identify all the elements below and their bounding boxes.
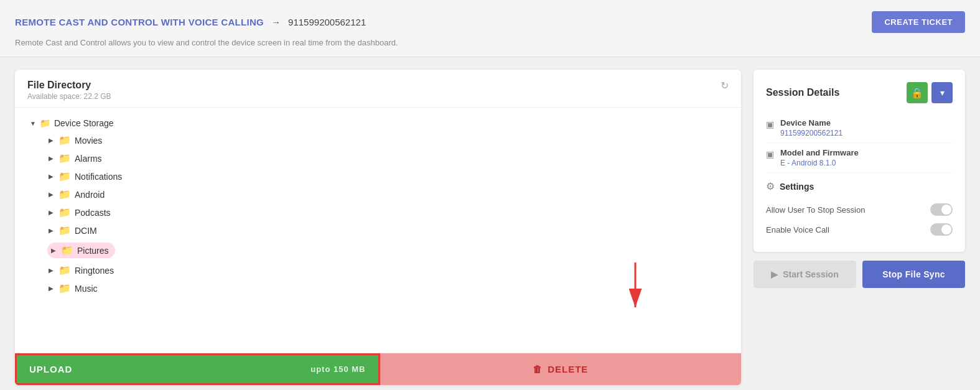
session-icon-group: 🔒 ▾ — [907, 82, 953, 103]
tree-item-ringtones[interactable]: ▶ 📁 Ringtones — [45, 261, 729, 279]
folder-icon: 📁 — [58, 152, 71, 164]
tree-item-arrow: ▶ — [47, 209, 55, 216]
settings-section: ⚙ Settings Allow User To Stop Session En… — [766, 180, 953, 239]
file-actions: UPLOAD upto 150 MB 🗑 DELETE — [15, 353, 741, 385]
start-session-button[interactable]: ▶ Start Session — [754, 261, 856, 288]
device-name-content: Device Name 911599200562121 — [780, 118, 842, 137]
stop-file-sync-button[interactable]: Stop File Sync — [862, 261, 965, 288]
model-icon: ▣ — [766, 149, 774, 159]
file-panel-subtitle: Available space: 22.2 GB — [27, 92, 111, 101]
allow-user-label: Allow User To Stop Session — [766, 205, 865, 215]
enable-voice-label: Enable Voice Call — [766, 225, 829, 234]
tree-item-notifications[interactable]: ▶ 📁 Notifications — [45, 167, 729, 185]
chevron-button[interactable]: ▾ — [931, 82, 953, 103]
podcasts-label: Podcasts — [75, 208, 111, 218]
alarms-label: Alarms — [75, 154, 102, 164]
tree-item-movies[interactable]: ▶ 📁 Movies — [45, 131, 729, 149]
notifications-label: Notifications — [75, 172, 122, 182]
session-title: Session Details — [766, 87, 839, 98]
chevron-down-icon: ▾ — [940, 88, 945, 98]
tree-item-music[interactable]: ▶ 📁 Music — [45, 279, 729, 297]
enable-voice-row: Enable Voice Call — [766, 220, 953, 239]
tree-children: ▶ 📁 Movies ▶ 📁 Alarms ▶ 📁 Notifications … — [27, 131, 729, 297]
device-name-value: 911599200562121 — [780, 129, 842, 137]
tree-item-pictures[interactable]: ▶ 📁 Pictures — [45, 239, 729, 261]
tree-item-arrow: ▶ — [47, 155, 55, 162]
upload-button[interactable]: UPLOAD upto 150 MB — [15, 353, 380, 385]
file-panel-header: File Directory Available space: 22.2 GB … — [15, 70, 741, 108]
device-name-label: Device Name — [780, 118, 842, 128]
folder-icon: 📁 — [58, 264, 71, 276]
tree-item-arrow: ▶ — [50, 247, 57, 254]
start-session-label: Start Session — [783, 269, 838, 279]
tree-item-arrow: ▶ — [47, 137, 55, 144]
tree-item-arrow: ▶ — [47, 191, 55, 198]
folder-icon: 📁 — [61, 244, 73, 256]
file-directory-panel: File Directory Available space: 22.2 GB … — [15, 70, 741, 385]
enable-voice-toggle[interactable] — [930, 223, 953, 236]
device-name-row: ▣ Device Name 911599200562121 — [766, 113, 953, 143]
model-row: ▣ Model and Firmware E - Android 8.1.0 — [766, 143, 953, 173]
upload-limit: upto 150 MB — [310, 364, 365, 374]
tree-item-alarms[interactable]: ▶ 📁 Alarms — [45, 149, 729, 167]
folder-icon: 📁 — [58, 188, 71, 200]
lock-button[interactable]: 🔒 — [907, 82, 928, 103]
main-content: File Directory Available space: 22.2 GB … — [0, 57, 980, 390]
pictures-highlight[interactable]: ▶ 📁 Pictures — [47, 243, 115, 258]
session-panel: Session Details 🔒 ▾ ▣ Device Name 911599… — [754, 70, 965, 385]
model-content: Model and Firmware E - Android 8.1.0 — [780, 148, 859, 167]
delete-icon: 🗑 — [533, 364, 543, 374]
page-header: REMOTE CAST AND CONTROL WITH VOICE CALLI… — [0, 0, 980, 57]
dcim-label: DCIM — [75, 226, 97, 236]
tree-item-arrow: ▶ — [47, 267, 55, 274]
model-value: E - Android 8.1.0 — [780, 159, 859, 167]
movies-label: Movies — [75, 136, 102, 146]
folder-icon: 📁 — [58, 207, 71, 218]
page-title: REMOTE CAST AND CONTROL WITH VOICE CALLI… — [15, 17, 264, 27]
file-tree: ▼ 📁 Device Storage ▶ 📁 Movies ▶ 📁 Alarms — [15, 108, 741, 353]
upload-label: UPLOAD — [29, 364, 72, 374]
folder-icon: 📁 — [58, 134, 71, 146]
session-action-buttons: ▶ Start Session Stop File Sync — [754, 261, 965, 288]
allow-user-row: Allow User To Stop Session — [766, 200, 953, 220]
folder-icon: 📁 — [58, 170, 71, 182]
tree-item-arrow: ▶ — [47, 227, 55, 234]
session-header: Session Details 🔒 ▾ — [766, 82, 953, 103]
allow-user-toggle[interactable] — [930, 203, 953, 216]
folder-icon: 📁 — [58, 225, 71, 236]
arrow-separator: → — [271, 17, 281, 27]
settings-header: ⚙ Settings — [766, 180, 953, 192]
tree-expand-arrow: ▼ — [30, 120, 36, 127]
folder-icon: 📁 — [40, 118, 50, 128]
model-label: Model and Firmware — [780, 148, 859, 157]
gear-icon: ⚙ — [766, 180, 775, 192]
device-icon: ▣ — [766, 119, 774, 129]
device-id: 911599200562121 — [288, 17, 366, 27]
tree-item-android[interactable]: ▶ 📁 Android — [45, 185, 729, 203]
tree-item-arrow: ▶ — [47, 285, 55, 292]
create-ticket-button[interactable]: CREATE TICKET — [872, 11, 965, 33]
delete-button[interactable]: 🗑 DELETE — [380, 353, 742, 385]
cast-icon: ▶ — [771, 269, 778, 279]
ringtones-label: Ringtones — [75, 266, 114, 276]
tree-item-arrow: ▶ — [47, 173, 55, 180]
refresh-icon[interactable]: ↻ — [721, 80, 729, 91]
tree-item-podcasts[interactable]: ▶ 📁 Podcasts — [45, 203, 729, 221]
settings-label: Settings — [780, 182, 814, 192]
music-label: Music — [75, 284, 98, 294]
pictures-label: Pictures — [77, 246, 109, 256]
android-label: Android — [75, 190, 105, 200]
delete-label: DELETE — [548, 364, 588, 374]
tree-item-dcim[interactable]: ▶ 📁 DCIM — [45, 221, 729, 239]
tree-root-device-storage[interactable]: ▼ 📁 Device Storage — [27, 115, 729, 131]
device-storage-label: Device Storage — [54, 118, 114, 128]
page-subtitle: Remote Cast and Control allows you to vi… — [15, 38, 398, 47]
file-panel-title: File Directory — [27, 80, 111, 91]
lock-icon: 🔒 — [911, 87, 923, 99]
folder-icon: 📁 — [58, 282, 71, 294]
session-card: Session Details 🔒 ▾ ▣ Device Name 911599… — [754, 70, 965, 252]
